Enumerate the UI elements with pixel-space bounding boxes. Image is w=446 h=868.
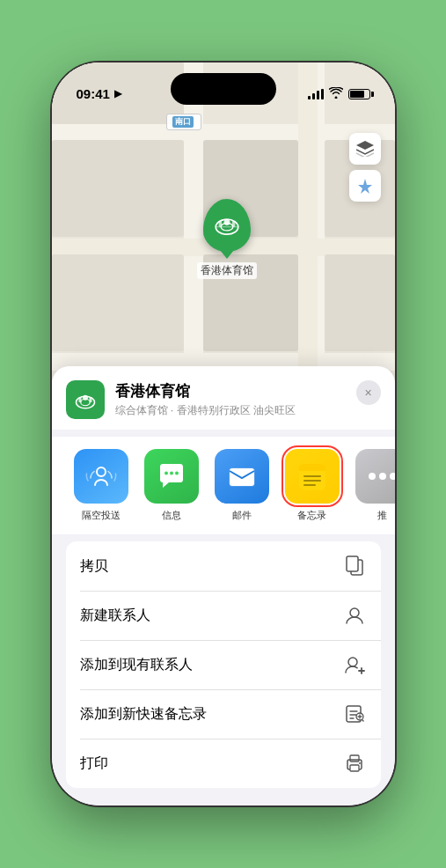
venue-name: 香港体育馆: [115, 381, 381, 401]
action-list: 拷贝 新建联系人: [66, 541, 381, 788]
location-icon: ▶: [114, 88, 121, 99]
venue-header: 香港体育馆 综合体育馆 · 香港特别行政区 油尖旺区 ×: [52, 366, 395, 430]
venue-icon: [66, 380, 105, 419]
svg-point-10: [83, 395, 88, 401]
wifi-icon: [329, 87, 343, 101]
divider-1: [52, 430, 395, 437]
quick-note-icon: [342, 702, 367, 726]
signal-bar-2: [312, 93, 315, 99]
action-new-contact-label: 新建联系人: [80, 607, 342, 625]
svg-point-14: [175, 472, 179, 475]
svg-rect-24: [347, 556, 358, 571]
share-item-messages[interactable]: 信息: [136, 449, 207, 522]
dot-3: [390, 473, 395, 480]
mail-icon-wrap: [215, 449, 269, 504]
map-block-bl: [52, 254, 184, 351]
share-actions-row: 隔空投送 信息: [52, 437, 395, 534]
airdrop-label: 隔空投送: [82, 509, 121, 522]
share-item-airdrop[interactable]: 隔空投送: [66, 449, 136, 522]
svg-rect-3: [218, 221, 221, 227]
notes-icon-wrap: [285, 449, 340, 504]
airdrop-icon-wrap: [74, 449, 128, 504]
action-quick-note[interactable]: 添加到新快速备忘录: [66, 689, 381, 739]
signal-bar-4: [321, 89, 324, 99]
svg-point-41: [359, 762, 361, 764]
signal-bar-1: [308, 96, 311, 99]
svg-rect-4: [231, 221, 234, 227]
venue-info: 香港体育馆 综合体育馆 · 香港特别行政区 油尖旺区: [115, 381, 381, 418]
action-new-contact[interactable]: 新建联系人: [66, 591, 381, 640]
dot-2: [379, 473, 386, 480]
action-print-label: 打印: [80, 754, 342, 773]
time-display: 09:41: [77, 86, 110, 101]
action-add-contact-label: 添加到现有联系人: [80, 656, 342, 674]
svg-rect-39: [350, 765, 359, 771]
map-location-button[interactable]: [349, 170, 381, 202]
status-time: 09:41 ▶: [77, 86, 121, 101]
svg-point-26: [348, 658, 357, 666]
venue-description: 综合体育馆 · 香港特别行政区 油尖旺区: [115, 403, 381, 418]
copy-icon: [342, 554, 367, 578]
map-label-nanlou: 南口: [166, 114, 201, 130]
add-contact-icon: [342, 652, 367, 677]
label-prefix: 南口: [172, 116, 194, 128]
dot-1: [369, 473, 376, 480]
svg-point-5: [223, 219, 230, 225]
print-icon: [342, 751, 367, 776]
venue-pin[interactable]: 香港体育馆: [197, 199, 257, 279]
map-block-tl: [52, 140, 184, 237]
map-layer-button[interactable]: [349, 133, 381, 165]
phone-frame: 09:41 ▶: [52, 63, 395, 805]
signal-bar-3: [317, 91, 319, 99]
svg-point-13: [170, 472, 173, 475]
share-item-notes[interactable]: 备忘录: [277, 449, 347, 522]
map-block-br: [325, 254, 395, 351]
close-button[interactable]: ×: [356, 380, 381, 405]
svg-rect-19: [299, 467, 325, 471]
battery-fill: [350, 91, 365, 98]
pin-label: 香港体育馆: [197, 262, 257, 279]
messages-label: 信息: [162, 509, 181, 522]
more-label: 推: [377, 509, 387, 522]
map-road-h1: [52, 124, 395, 142]
status-icons: [308, 87, 370, 101]
map-controls: [349, 133, 381, 202]
messages-icon-wrap: [144, 449, 199, 504]
phone-screen: 09:41 ▶: [52, 63, 395, 805]
mail-label: 邮件: [232, 509, 252, 522]
action-print[interactable]: 打印: [66, 739, 381, 788]
action-copy[interactable]: 拷贝: [66, 541, 381, 591]
share-item-more[interactable]: 推: [347, 449, 395, 522]
battery-icon: [348, 89, 370, 99]
svg-point-12: [165, 472, 168, 475]
action-quick-note-label: 添加到新快速备忘录: [80, 705, 342, 724]
dynamic-island: [171, 73, 276, 105]
svg-rect-9: [89, 397, 91, 402]
svg-rect-40: [350, 755, 359, 761]
signal-bars: [308, 89, 324, 99]
svg-rect-8: [78, 397, 81, 402]
new-contact-icon: [342, 603, 367, 628]
pin-icon: [203, 199, 251, 252]
bottom-sheet: 香港体育馆 综合体育馆 · 香港特别行政区 油尖旺区 ×: [52, 366, 395, 805]
action-add-contact[interactable]: 添加到现有联系人: [66, 640, 381, 689]
share-item-mail[interactable]: 邮件: [207, 449, 277, 522]
more-icon-wrap: [355, 449, 395, 504]
more-dots: [369, 473, 395, 480]
svg-point-11: [97, 467, 106, 476]
svg-point-25: [350, 608, 359, 617]
action-copy-label: 拷贝: [80, 557, 342, 576]
notes-label: 备忘录: [297, 509, 326, 522]
